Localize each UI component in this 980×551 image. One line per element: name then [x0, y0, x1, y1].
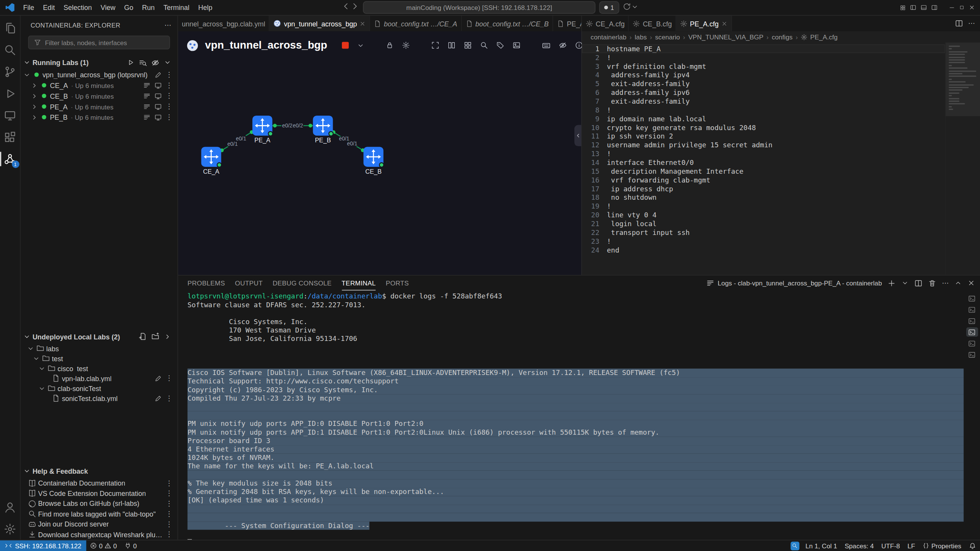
instance-badge[interactable]: 1 — [599, 1, 619, 14]
search-nodes-icon[interactable] — [480, 41, 488, 49]
tag-icon[interactable] — [496, 41, 504, 49]
edit-file-icon[interactable] — [154, 395, 162, 402]
editor-line[interactable]: 1hostname PE_A — [582, 44, 945, 53]
close-panel-icon[interactable] — [967, 279, 975, 287]
breadcrumb-item[interactable]: scenario — [655, 33, 680, 41]
editor-line[interactable]: 14interface Ethernet0/0 — [582, 158, 945, 167]
help-item[interactable]: Find more labs tagged with "clab-topo"⋮ — [21, 509, 178, 519]
editor-line[interactable]: 5 exit-address-family — [582, 79, 945, 88]
editor-line[interactable]: 17 ip address dhcp — [582, 184, 945, 193]
terminal-list-item[interactable] — [966, 305, 978, 314]
chevron-right-icon[interactable] — [164, 333, 172, 340]
file-more-icon[interactable]: ⋮ — [166, 395, 173, 402]
grid-layout-icon[interactable] — [464, 41, 472, 49]
eol[interactable]: LF — [904, 542, 919, 549]
activitybar-settings[interactable] — [0, 518, 20, 540]
collapse-icon[interactable] — [164, 59, 172, 66]
editor-line[interactable]: 22 transport input ssh — [582, 228, 945, 237]
node-row-PE_B[interactable]: PE_BUp 6 minutes⋮ — [21, 112, 178, 122]
stop-button[interactable] — [341, 42, 348, 49]
toggle-panel-icon[interactable] — [920, 3, 928, 12]
sync-icon[interactable] — [623, 3, 631, 11]
file-row-vpn-lab.clab.yml[interactable]: vpn-lab.clab.yml⋮ — [21, 373, 178, 383]
topo-node-PE_B[interactable]: PE_B — [313, 116, 333, 144]
editor-line[interactable]: 23! — [582, 237, 945, 246]
menu-selection[interactable]: Selection — [59, 1, 96, 14]
activitybar-accounts[interactable] — [0, 496, 20, 518]
tab-boot_config.txt---CE_B[interactable]: boot_config.txt …/CE_B — [462, 16, 553, 31]
collapse-handle[interactable] — [574, 125, 581, 147]
node-row-CE_B[interactable]: CE_BUp 6 minutes⋮ — [21, 91, 178, 101]
minimap[interactable] — [945, 42, 980, 275]
filter-input[interactable]: Filter labs, nodes, interfaces — [28, 36, 170, 49]
new-lab-file-icon[interactable] — [139, 333, 147, 341]
indentation[interactable]: Spaces: 4 — [841, 542, 878, 549]
editor-line[interactable]: 18 no shutdown — [582, 193, 945, 202]
capture-image-icon[interactable] — [512, 41, 520, 49]
forward-icon[interactable] — [350, 2, 359, 11]
view-logs-icon[interactable] — [143, 113, 151, 121]
folder-row-clab-sonicTest[interactable]: clab-sonicTest — [21, 383, 178, 393]
help-more-icon[interactable]: ⋮ — [166, 490, 173, 497]
column-layout-icon[interactable] — [447, 41, 455, 49]
folder-row-labs[interactable]: labs — [21, 343, 178, 353]
menu-help[interactable]: Help — [194, 1, 217, 14]
section-help-feedback[interactable]: Help & Feedback — [21, 464, 178, 478]
activitybar-run-and-debug[interactable] — [0, 83, 20, 104]
menu-run[interactable]: Run — [138, 1, 159, 14]
view-logs-icon[interactable] — [143, 92, 151, 100]
editor-line[interactable]: 13! — [582, 149, 945, 158]
tab-vpn_tunnel_across_bgp[interactable]: vpn_tunnel_across_bgp — [270, 16, 370, 31]
kill-terminal-icon[interactable] — [928, 279, 936, 287]
node-more-icon[interactable]: ⋮ — [166, 93, 173, 99]
editor-line[interactable]: 8! — [582, 106, 945, 114]
code-editor[interactable]: 1hostname PE_A2!3vrf definition clab-mgm… — [582, 42, 980, 275]
maximize-panel-icon[interactable] — [954, 279, 962, 287]
close-tab-icon[interactable] — [721, 20, 727, 26]
toggle-sidebar-icon[interactable] — [909, 3, 918, 12]
tab-unnel_across_bgp.clab.yml[interactable]: unnel_across_bgp.clab.yml — [178, 16, 270, 31]
lab-row[interactable]: vpn_tunnel_across_bgp (lotpsrvnl)⋮ — [21, 69, 178, 80]
editor-line[interactable]: 7 exit-address-family — [582, 97, 945, 106]
lock-icon[interactable] — [385, 41, 394, 49]
terminal-list-item[interactable] — [966, 339, 978, 348]
terminal-title[interactable]: Logs - clab-vpn_tunnel_across_bgp-PE_A -… — [706, 279, 882, 287]
terminal-dropdown-icon[interactable] — [901, 279, 909, 287]
breadcrumb-item[interactable]: containerlab — [591, 33, 626, 41]
tab-PE_A.cfg[interactable]: PE_A.cfg — [676, 16, 732, 31]
search-icon[interactable] — [791, 541, 799, 550]
sidebar-more-actions-icon[interactable]: ⋯ — [164, 21, 171, 28]
help-more-icon[interactable]: ⋮ — [166, 510, 173, 517]
activitybar-remote-explorer[interactable] — [0, 104, 20, 126]
ssh-node-icon[interactable] — [154, 82, 162, 89]
deploy-all-icon[interactable] — [127, 59, 134, 66]
editor-line[interactable]: 12username admin privilege 15 secret adm… — [582, 140, 945, 149]
ports-status[interactable]: 0 — [121, 542, 140, 549]
editor-line[interactable]: 19! — [582, 202, 945, 210]
breadcrumb[interactable]: containerlab›labs›scenario›VPN_TUNNEL_VI… — [582, 31, 980, 42]
node-row-CE_A[interactable]: CE_AUp 6 minutes⋮ — [21, 80, 178, 91]
ssh-node-icon[interactable] — [154, 113, 162, 121]
activitybar-search[interactable] — [0, 39, 20, 60]
panel-tab-output[interactable]: OUTPUT — [235, 276, 263, 290]
section-undeployed-labs[interactable]: Undeployed Local Labs (2) — [21, 329, 178, 343]
menu-terminal[interactable]: Terminal — [159, 1, 194, 14]
chevron-down-icon[interactable] — [357, 42, 364, 49]
tab-CE_B.cfg[interactable]: CE_B.cfg — [629, 16, 676, 31]
breadcrumb-item[interactable]: labs — [635, 33, 647, 41]
fit-screen-icon[interactable] — [431, 41, 439, 49]
editor-line[interactable]: 10crypto key generate rsa modulus 2048 — [582, 123, 945, 132]
view-logs-icon[interactable] — [143, 82, 151, 89]
menu-edit[interactable]: Edit — [39, 1, 59, 14]
editor-line[interactable]: 21 login local — [582, 219, 945, 228]
minimize-icon[interactable] — [947, 3, 956, 12]
new-terminal-icon[interactable] — [887, 279, 895, 287]
activitybar-explorer[interactable] — [0, 17, 20, 39]
editor-line[interactable]: 9ip domain name lab.local — [582, 114, 945, 123]
ssh-node-icon[interactable] — [154, 92, 162, 100]
view-logs-icon[interactable] — [143, 103, 151, 111]
split-editor-icon[interactable] — [955, 20, 963, 28]
ssh-node-icon[interactable] — [154, 103, 162, 111]
activitybar-source-control[interactable] — [0, 60, 20, 82]
encoding[interactable]: UTF-8 — [877, 542, 903, 549]
